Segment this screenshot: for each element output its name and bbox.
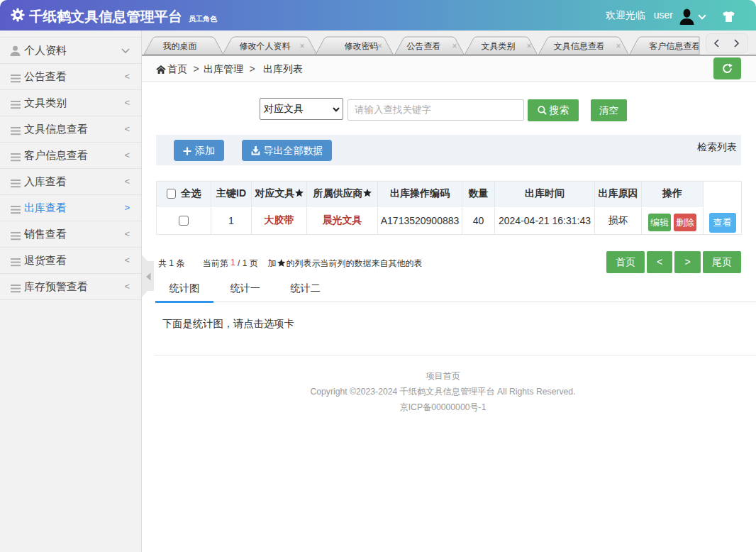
svg-text:×: ×	[452, 41, 457, 51]
svg-text:文具类别: 文具类别	[482, 41, 516, 51]
svg-text:客户信息查看: 客户信息查看	[649, 41, 700, 51]
svg-text:公告查看: 公告查看	[407, 41, 441, 51]
svg-text:×: ×	[616, 41, 621, 51]
svg-text:修改密码: 修改密码	[345, 41, 379, 51]
svg-text:×: ×	[299, 41, 304, 51]
svg-text:文具信息查看: 文具信息查看	[554, 41, 605, 51]
svg-text:×: ×	[377, 41, 382, 51]
svg-text:我的桌面: 我的桌面	[162, 41, 196, 51]
svg-text:×: ×	[526, 41, 531, 51]
svg-text:修改个人资料: 修改个人资料	[240, 41, 291, 51]
